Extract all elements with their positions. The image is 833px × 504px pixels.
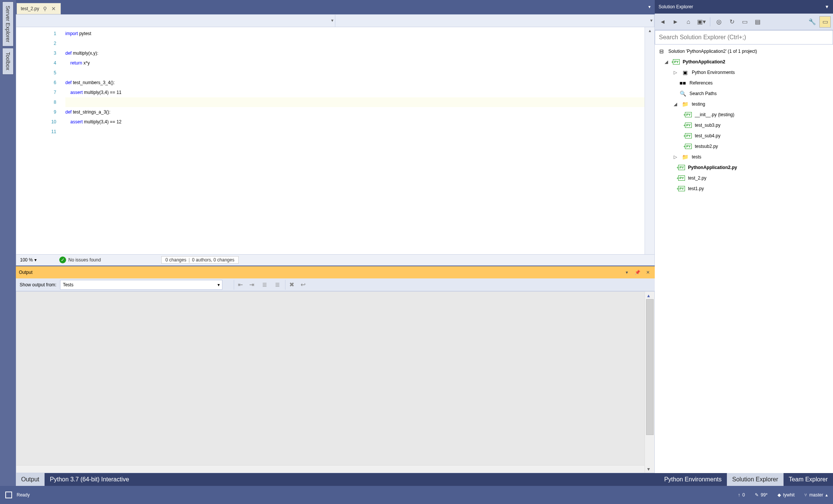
expand-icon[interactable]: ▷ bbox=[672, 154, 678, 160]
repo-icon: ◆ bbox=[777, 492, 781, 498]
editor-vertical-scrollbar[interactable]: ▴ bbox=[645, 27, 654, 254]
output-body[interactable]: ▴ ▾ bbox=[16, 291, 655, 473]
pending-changes-button[interactable]: ✎ 99* bbox=[755, 492, 768, 498]
find-next-icon[interactable]: ⇥ bbox=[247, 280, 256, 290]
tree-file-sub3[interactable]: +PY test_sub3.py bbox=[655, 120, 833, 131]
tree-references[interactable]: ■■ References bbox=[655, 78, 833, 88]
clear-all-icon[interactable]: ✖ bbox=[285, 280, 295, 290]
tab-python-interactive[interactable]: Python 3.7 (64-bit) Interactive bbox=[45, 473, 134, 486]
output-horizontal-scrollbar[interactable] bbox=[16, 465, 645, 473]
tree-label: test_sub4.py bbox=[695, 133, 720, 138]
zoom-dropdown[interactable]: 100 % ▾ bbox=[20, 257, 37, 263]
tree-file-init[interactable]: +PY __init__.py (testing) bbox=[655, 109, 833, 120]
output-vertical-scrollbar[interactable]: ▴ ▾ bbox=[645, 292, 654, 473]
solution-tree[interactable]: ⊟ Solution 'PythonApplication2' (1 of 1 … bbox=[655, 45, 833, 473]
properties-icon[interactable]: 🔧 bbox=[807, 16, 818, 28]
solution-explorer-title[interactable]: Solution Explorer ▼ bbox=[655, 0, 833, 14]
forward-icon[interactable]: ► bbox=[670, 16, 681, 28]
scroll-up-icon[interactable]: ▴ bbox=[647, 29, 653, 32]
expand-icon[interactable]: ▷ bbox=[672, 70, 678, 75]
tree-label: PythonApplication2 bbox=[683, 59, 725, 65]
pin-icon[interactable]: ⚲ bbox=[42, 6, 48, 12]
output-source-dropdown[interactable]: Tests ▾ bbox=[60, 280, 222, 290]
tree-project[interactable]: ◢ +PY PythonApplication2 bbox=[655, 57, 833, 67]
publish-button[interactable]: ↑ 0 bbox=[738, 492, 745, 498]
status-icon[interactable] bbox=[5, 492, 12, 498]
tree-label: References bbox=[690, 80, 713, 86]
solution-explorer-search[interactable] bbox=[655, 30, 833, 45]
sync-active-doc-icon[interactable]: ◎ bbox=[713, 16, 725, 28]
tab-team-explorer[interactable]: Team Explorer bbox=[784, 473, 833, 486]
scroll-up-icon[interactable]: ▴ bbox=[647, 292, 650, 298]
scrollbar-thumb[interactable] bbox=[646, 299, 654, 435]
tree-python-env[interactable]: ▷ ▣ Python Environments bbox=[655, 67, 833, 78]
home-icon[interactable]: ⌂ bbox=[683, 16, 694, 28]
output-title-bar[interactable]: Output ▾ 📌 ✕ bbox=[16, 266, 655, 278]
scope-dropdown[interactable]: ▾ bbox=[16, 15, 335, 27]
back-icon[interactable]: ◄ bbox=[657, 16, 668, 28]
changes-right: 0 authors, 0 changes bbox=[192, 257, 234, 263]
editor-status-strip: 100 % ▾ ✓ No issues found 0 changes | 0 … bbox=[16, 254, 655, 266]
env-icon: ▣ bbox=[680, 69, 690, 76]
tree-file-sub4[interactable]: +PY test_sub4.py bbox=[655, 131, 833, 141]
branch-button[interactable]: ⑂ master ▴ bbox=[804, 492, 828, 498]
scroll-down-icon[interactable]: ▾ bbox=[647, 466, 650, 472]
tree-file-app[interactable]: +PY PythonApplication2.py bbox=[655, 162, 833, 173]
tree-label: __init__.py (testing) bbox=[695, 112, 734, 117]
tab-python-environments[interactable]: Python Environments bbox=[659, 473, 727, 486]
tree-solution[interactable]: ⊟ Solution 'PythonApplication2' (1 of 1 … bbox=[655, 46, 833, 57]
prev-msg-icon[interactable]: ≣ bbox=[259, 280, 269, 290]
toggle-wordwrap-icon[interactable]: ↩ bbox=[298, 280, 308, 290]
file-tab-test2[interactable]: test_2.py ⚲ ✕ bbox=[17, 3, 61, 14]
tree-label: Search Paths bbox=[690, 91, 717, 96]
close-icon[interactable]: ✕ bbox=[644, 269, 652, 276]
preview-selected-icon[interactable]: ▭ bbox=[819, 16, 831, 28]
tab-output[interactable]: Output bbox=[16, 473, 45, 486]
window-position-icon[interactable]: ▾ bbox=[623, 269, 631, 276]
chevron-down-icon[interactable]: ▼ bbox=[825, 4, 829, 9]
tree-folder-tests[interactable]: ▷ 📁 tests bbox=[655, 152, 833, 162]
python-file-icon: +PY bbox=[683, 111, 693, 118]
panel-title-label: Solution Explorer bbox=[659, 4, 693, 9]
collapse-all-icon[interactable]: ▭ bbox=[739, 16, 750, 28]
tab-overflow-icon[interactable]: ▾ bbox=[646, 3, 653, 11]
show-all-files-icon[interactable]: ▤ bbox=[752, 16, 763, 28]
branch-icon: ⑂ bbox=[804, 492, 807, 498]
chevron-down-icon: ▾ bbox=[34, 257, 37, 263]
issues-indicator[interactable]: ✓ No issues found bbox=[59, 257, 101, 263]
sync-icon[interactable]: ▣▾ bbox=[696, 16, 707, 28]
codelens-changes[interactable]: 0 changes | 0 authors, 0 changes bbox=[161, 256, 239, 264]
tree-folder-testing[interactable]: ◢ 📁 testing bbox=[655, 99, 833, 109]
tree-file-test2[interactable]: +PY test_2.py bbox=[655, 173, 833, 183]
python-file-icon: +PY bbox=[677, 174, 686, 182]
pin-icon[interactable]: 📌 bbox=[634, 269, 641, 276]
zoom-value: 100 % bbox=[20, 257, 33, 263]
navigation-bar: ▾ ▾ bbox=[16, 14, 655, 27]
chevron-down-icon: ▾ bbox=[218, 282, 220, 287]
next-msg-icon[interactable]: ≣ bbox=[272, 280, 282, 290]
search-input[interactable] bbox=[655, 31, 833, 44]
tree-label: Python Environments bbox=[692, 70, 735, 75]
solution-icon: ⊟ bbox=[657, 48, 666, 55]
tree-file-test1[interactable]: +PY test1.py bbox=[655, 183, 833, 194]
collapse-icon[interactable]: ◢ bbox=[672, 101, 678, 107]
close-icon[interactable]: ✕ bbox=[51, 6, 57, 12]
tree-file-testsub2[interactable]: +PY testsub2.py bbox=[655, 141, 833, 152]
member-dropdown[interactable]: ▾ bbox=[335, 15, 654, 27]
server-explorer-tab[interactable]: Server Explorer bbox=[2, 2, 14, 46]
solution-explorer-panel: Solution Explorer ▼ ◄ ► ⌂ ▣▾ ◎ ↻ ▭ ▤ 🔧 ▭ bbox=[655, 0, 833, 486]
collapse-icon[interactable]: ◢ bbox=[663, 59, 669, 65]
find-prev-icon[interactable]: ⇤ bbox=[234, 280, 244, 290]
python-file-icon: +PY bbox=[677, 164, 686, 171]
user-name: tywhit bbox=[783, 492, 795, 498]
line-gutter: 1234567891011 bbox=[16, 27, 65, 254]
code-editor[interactable]: 1234567891011 import pytestdef multiply(… bbox=[16, 27, 655, 254]
tab-solution-explorer[interactable]: Solution Explorer bbox=[727, 473, 784, 486]
user-button[interactable]: ◆ tywhit bbox=[777, 492, 795, 498]
refresh-icon[interactable]: ↻ bbox=[726, 16, 737, 28]
tree-search-paths[interactable]: 🔍 Search Paths bbox=[655, 88, 833, 99]
chevron-up-icon: ▴ bbox=[825, 492, 828, 498]
toolbox-tab[interactable]: Toolbox bbox=[2, 48, 14, 74]
code-area[interactable]: import pytestdef multiply(x,y): return x… bbox=[65, 27, 654, 254]
python-file-icon: +PY bbox=[683, 121, 693, 129]
